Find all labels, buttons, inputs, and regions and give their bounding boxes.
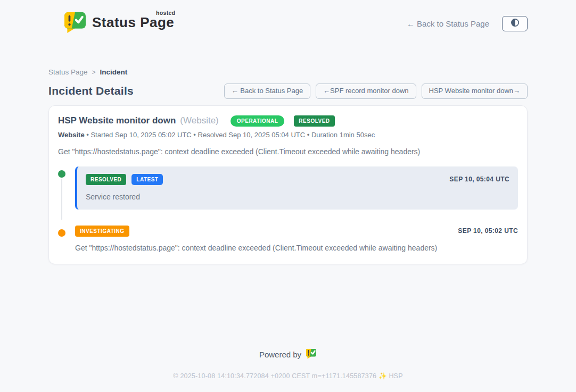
timeline-dot-orange [58,229,65,237]
incident-meta-details: • Started Sep 10, 2025 05:02 UTC • Resol… [86,131,375,139]
page-title: Incident Details [48,85,134,97]
incident-title-row: HSP Website monitor down (Website) OPERA… [58,115,518,127]
prev-incident-button[interactable]: ←SPF record monitor down [316,84,416,99]
statuspage-logo-icon [63,11,87,36]
timeline-entry-timestamp: SEP 10, 05:04 UTC [449,176,509,183]
breadcrumb-separator: > [92,69,96,76]
timeline-entry-body: INVESTIGATING SEP 10, 05:02 UTC Get "htt… [75,226,518,252]
resolved-status-badge: RESOLVED [294,115,334,127]
header-actions: ← Back to Status Page [407,16,528,31]
copyright-brand: HSP [389,372,402,380]
powered-by-link[interactable]: Powered by [48,348,528,361]
copyright-line: © 2025-10-08 14:10:34.772084 +0200 CEST … [48,372,528,380]
footer: Powered by © 2025-10-08 14:10:34.772084 … [48,348,528,380]
back-to-status-page-button[interactable]: ← Back to Status Page [224,84,310,99]
breadcrumb-status-page[interactable]: Status Page [48,68,88,76]
title-row: Incident Details ← Back to Status Page ←… [48,84,528,99]
investigating-badge: INVESTIGATING [75,226,129,237]
incident-meta: Website • Started Sep 10, 2025 05:02 UTC… [58,131,518,139]
timeline-entry-card: RESOLVED LATEST SEP 10, 05:04 UTC Servic… [75,166,518,210]
timeline-gap [58,210,518,226]
resolved-badge: RESOLVED [86,174,126,185]
incident-title: HSP Website monitor down [58,115,176,126]
brand-name: Status Page hosted [92,14,174,31]
header-back-link[interactable]: ← Back to Status Page [407,19,489,28]
timeline-entry-badges: INVESTIGATING [75,226,129,237]
sparkles-icon: ✨ [378,372,387,380]
breadcrumb: Status Page > Incident [48,68,528,76]
brand-logo[interactable]: Status Page hosted [48,11,174,36]
incident-timeline: RESOLVED LATEST SEP 10, 05:04 UTC Servic… [58,166,518,252]
theme-toggle-button[interactable] [502,16,528,31]
half-circle-icon [510,18,520,29]
copyright-text: © 2025-10-08 14:10:34.772084 +0200 CEST … [173,372,376,380]
timeline-dot-green [58,170,65,178]
header: Status Page hosted ← Back to Status Page [48,0,528,40]
incident-nav-buttons: ← Back to Status Page ←SPF record monito… [224,84,528,99]
brand-hosted-label: hosted [156,10,175,16]
timeline-entry-investigating: INVESTIGATING SEP 10, 05:02 UTC Get "htt… [58,226,518,252]
timeline-entry-header: RESOLVED LATEST SEP 10, 05:04 UTC [86,174,509,185]
timeline-entry-resolved: RESOLVED LATEST SEP 10, 05:04 UTC Servic… [58,166,518,210]
powered-by-text: Powered by [259,350,301,359]
operational-status-badge: OPERATIONAL [231,115,285,127]
timeline-entry-message: Service restored [86,193,509,201]
incident-card: HSP Website monitor down (Website) OPERA… [48,105,528,264]
hsp-logo-icon [306,348,317,361]
brand-main-text: Status Page [92,14,174,30]
timeline-entry-header: INVESTIGATING SEP 10, 05:02 UTC [75,226,518,237]
latest-badge: LATEST [131,174,163,185]
next-incident-button[interactable]: HSP Website monitor down→ [422,84,528,99]
breadcrumb-incident: Incident [100,68,128,76]
timeline-entry-message: Get "https://hostedstatus.page": context… [75,244,518,252]
timeline-entry-badges: RESOLVED LATEST [86,174,163,185]
main-content: Status Page > Incident Incident Details … [48,68,528,380]
incident-monitor-name: Website [58,131,85,139]
timeline-entry-timestamp: SEP 10, 05:02 UTC [458,227,518,235]
incident-description: Get "https://hostedstatus.page": context… [58,147,518,156]
incident-scope: (Website) [180,115,218,126]
